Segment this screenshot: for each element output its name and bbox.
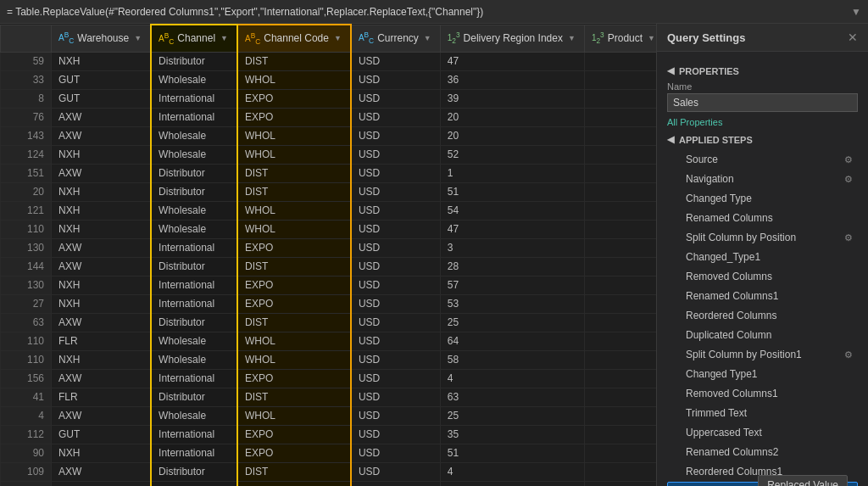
cell-data: USD: [351, 350, 440, 369]
step-trimmed_text[interactable]: Trimmed Text: [667, 404, 858, 422]
channel-code-type-icon: ABC: [245, 31, 260, 46]
cell-data: 47: [440, 220, 584, 238]
step-changed_type1b[interactable]: Changed Type1: [667, 365, 858, 383]
warehouse-filter-btn[interactable]: ▼: [132, 34, 143, 42]
step-split_column_by_position[interactable]: Split Column by Position⚙: [667, 228, 858, 247]
cell-index: 41: [1, 388, 52, 406]
query-settings-body: ◀ PROPERTIES Name All Properties ◀ APPLI…: [657, 52, 868, 486]
cell-data: [584, 406, 656, 425]
cell-channel: Wholesale: [151, 201, 237, 220]
product-filter-btn[interactable]: ▼: [646, 34, 656, 42]
table-row: 52GUTWholesaleWHOLUSD40: [1, 481, 657, 486]
step-changed_type1[interactable]: Changed_Type1: [667, 248, 858, 266]
currency-type-icon: ABC: [359, 31, 374, 45]
all-properties-link[interactable]: All Properties: [667, 117, 858, 127]
step-label: Removed Columns: [686, 271, 772, 282]
currency-filter-btn[interactable]: ▼: [422, 34, 433, 42]
table-row: 151AXWDistributorDISTUSD1: [1, 164, 657, 182]
cell-channel-code: EXPO: [237, 89, 351, 108]
cell-index: 4: [1, 406, 52, 425]
col-header-currency[interactable]: ABC Currency ▼: [351, 25, 440, 52]
step-uppercased_text[interactable]: Uppercased Text: [667, 423, 858, 442]
cell-index: 59: [1, 52, 52, 70]
formula-expand-button[interactable]: ▼: [851, 6, 861, 18]
cell-data: 3: [440, 238, 584, 257]
step-duplicated_column[interactable]: Duplicated Column: [667, 326, 858, 344]
cell-data: NXH: [52, 52, 152, 70]
table-row: 8GUTInternationalEXPOUSD39: [1, 89, 657, 108]
cell-channel: Wholesale: [151, 350, 237, 369]
delivery-region-filter-btn[interactable]: ▼: [566, 34, 577, 42]
cell-channel-code: EXPO: [237, 294, 351, 313]
cell-data: [584, 52, 656, 70]
cell-index: 63: [1, 313, 52, 332]
table-area[interactable]: ABC Warehouse ▼ ABC Channel ▼: [0, 24, 656, 486]
col-header-channel[interactable]: ABC Channel ▼: [151, 25, 237, 52]
step-label: Renamed Columns2: [686, 446, 778, 458]
cell-data: GUT: [52, 89, 152, 108]
cell-channel-code: EXPO: [237, 108, 351, 126]
step-gear-icon[interactable]: ⚙: [844, 349, 853, 360]
cell-data: AXW: [52, 108, 152, 126]
col-header-warehouse[interactable]: ABC Warehouse ▼: [52, 25, 152, 52]
cell-channel: Distributor: [151, 164, 237, 182]
cell-data: USD: [351, 444, 440, 462]
step-renamed_columns2[interactable]: Renamed Columns2: [667, 443, 858, 461]
table-row: 90NXHInternationalEXPOUSD51: [1, 444, 657, 462]
step-split_column_by_position1[interactable]: Split Column by Position1⚙: [667, 345, 858, 364]
step-label: Removed Columns1: [686, 388, 778, 399]
cell-channel-code: EXPO: [237, 444, 351, 462]
step-renamed_columns1[interactable]: Renamed Columns1: [667, 287, 858, 305]
step-gear-icon[interactable]: ⚙: [844, 154, 853, 165]
col-header-product[interactable]: 123 Product ▼: [584, 25, 656, 52]
cell-data: 63: [440, 388, 584, 406]
cell-data: 52: [440, 145, 584, 164]
applied-steps-section-header[interactable]: ◀ APPLIED STEPS: [667, 134, 858, 145]
name-property-label: Name: [667, 81, 858, 92]
step-changed_type[interactable]: Changed Type: [667, 189, 858, 208]
step-removed_columns1[interactable]: Removed Columns1: [667, 384, 858, 403]
cell-channel-code: EXPO: [237, 238, 351, 257]
cell-channel: Distributor: [151, 257, 237, 276]
channel-code-filter-btn[interactable]: ▼: [332, 34, 343, 42]
cell-data: [584, 238, 656, 257]
query-settings-close-button[interactable]: ✕: [848, 31, 858, 44]
name-property-input[interactable]: [667, 93, 858, 112]
cell-data: [584, 126, 656, 145]
table-row: 27NXHInternationalEXPOUSD53: [1, 294, 657, 313]
step-renamed_columns[interactable]: Renamed Columns: [667, 209, 858, 227]
cell-channel: International: [151, 238, 237, 257]
step-source[interactable]: Source⚙: [667, 150, 858, 169]
cell-data: [584, 444, 656, 462]
cell-data: [584, 425, 656, 444]
step-gear-icon[interactable]: ⚙: [844, 174, 853, 185]
step-replaced_value[interactable]: ✕Replaced Value⚙: [667, 482, 858, 486]
step-label: Renamed Columns1: [686, 290, 778, 302]
product-type-icon: 123: [592, 31, 604, 45]
cell-channel: International: [151, 108, 237, 126]
cell-channel-code: WHOL: [237, 406, 351, 425]
table-row: 33GUTWholesaleWHOLUSD36: [1, 70, 657, 89]
step-navigation[interactable]: Navigation⚙: [667, 170, 858, 188]
step-reordered_columns[interactable]: Reordered Columns: [667, 306, 858, 325]
col-header-index: [1, 25, 52, 52]
col-header-delivery-region-index[interactable]: 123 Delivery Region Index ▼: [440, 25, 584, 52]
step-removed_columns[interactable]: Removed Columns: [667, 267, 858, 286]
step-label: Navigation: [686, 173, 734, 185]
cell-data: [584, 388, 656, 406]
cell-data: USD: [351, 70, 440, 89]
step-gear-icon[interactable]: ⚙: [844, 232, 853, 243]
cell-index: 76: [1, 108, 52, 126]
cell-channel: Distributor: [151, 313, 237, 332]
col-header-channel-code[interactable]: ABC Channel Code ▼: [237, 25, 351, 52]
cell-data: USD: [351, 145, 440, 164]
cell-index: 8: [1, 89, 52, 108]
cell-index: 144: [1, 257, 52, 276]
cell-data: USD: [351, 89, 440, 108]
step-reordered_columns1[interactable]: Reordered Columns1: [667, 462, 858, 481]
table-row: 63AXWDistributorDISTUSD25: [1, 313, 657, 332]
cell-channel-code: DIST: [237, 52, 351, 70]
properties-section-header[interactable]: ◀ PROPERTIES: [667, 65, 858, 76]
cell-data: [584, 350, 656, 369]
channel-filter-btn[interactable]: ▼: [219, 34, 230, 42]
